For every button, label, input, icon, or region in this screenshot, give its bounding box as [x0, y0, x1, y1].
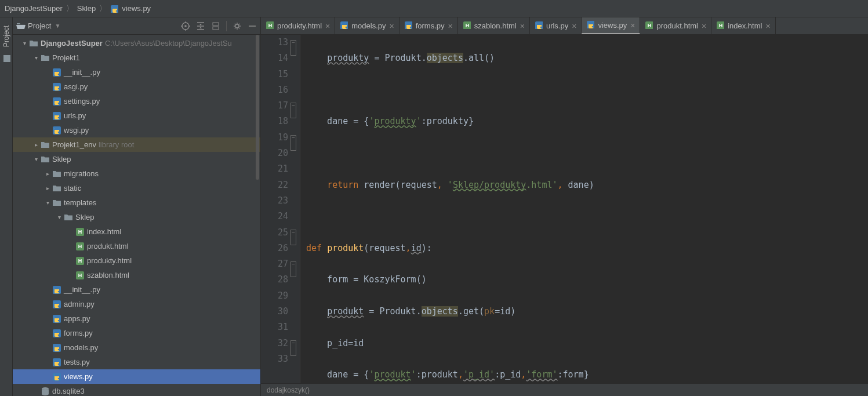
tree-file-models[interactable]: models.py [13, 340, 260, 355]
dropdown-icon[interactable]: ▼ [55, 23, 60, 29]
tree-file-views[interactable]: views.py [13, 369, 260, 384]
fold-icon[interactable]: – [290, 340, 296, 356]
line-number: 22 [261, 177, 288, 193]
tree-folder-templates[interactable]: ▾templates [13, 195, 260, 210]
line-number: 31 [261, 319, 288, 335]
scrollbar-thumb[interactable] [256, 35, 259, 180]
line-number: 20 [261, 146, 288, 161]
tab-label: produkt.html [656, 21, 698, 30]
tree-folder-migrations[interactable]: ▸migrations [13, 166, 260, 181]
fold-icon[interactable]: – [290, 135, 296, 151]
line-number: 21 [261, 161, 288, 177]
tab-label: index.html [728, 21, 762, 30]
tree-folder-env[interactable]: ▸Projekt1_envlibrary root [13, 137, 260, 152]
line-number: 23 [261, 193, 288, 209]
tree-file-init[interactable]: __init__.py [13, 65, 260, 79]
tree-file-produkty-html[interactable]: produkty.html [13, 253, 260, 268]
code-content[interactable]: produkty = Produkt.objects.all() dane = … [300, 35, 868, 383]
close-icon[interactable]: × [448, 22, 453, 30]
project-icon[interactable] [2, 54, 10, 62]
close-icon[interactable]: × [390, 22, 394, 30]
tree-root[interactable]: ▾DjangoJestSuperC:\Users\Asus\Desktop\Dj… [13, 36, 260, 50]
close-icon[interactable]: × [765, 22, 770, 30]
tree-file-settings[interactable]: settings.py [13, 94, 260, 108]
tree-file-db[interactable]: db.sqlite3 [13, 384, 260, 396]
line-number: 27 [261, 256, 288, 272]
line-number: 29 [261, 288, 288, 304]
breadcrumb-root[interactable]: DjangoJestSuper [5, 4, 63, 13]
fold-icon[interactable]: – [290, 230, 296, 245]
tree-file-apps[interactable]: apps.py [13, 311, 260, 326]
line-number: 25 [261, 225, 288, 241]
line-number: 17 [261, 98, 288, 114]
tree-file-init2[interactable]: __init__.py [13, 282, 260, 297]
python-icon [404, 21, 412, 31]
line-number: 24 [261, 209, 288, 224]
breadcrumb-file[interactable]: views.py [122, 4, 151, 13]
fold-icon[interactable]: – [290, 261, 296, 277]
split-icon[interactable] [211, 21, 220, 31]
tree-file-tests[interactable]: tests.py [13, 355, 260, 369]
tree-file-wsgi[interactable]: wsgi.py [13, 123, 260, 137]
line-number: 19 [261, 130, 288, 146]
status-breadcrumb[interactable]: dodajkoszyk() [261, 383, 868, 396]
panel-title: Project [28, 21, 51, 30]
tab-szablon-html[interactable]: szablon.html× [458, 17, 530, 34]
close-icon[interactable]: × [325, 22, 330, 30]
collapse-all-icon[interactable] [196, 21, 205, 31]
tree-folder-projekt1[interactable]: ▾Projekt1 [13, 50, 260, 65]
tree-folder-sklep[interactable]: ▾Sklep [13, 152, 260, 166]
close-icon[interactable]: × [630, 21, 635, 30]
gear-icon[interactable] [233, 21, 242, 31]
tab-forms-py[interactable]: forms.py× [400, 17, 458, 34]
tab-models-py[interactable]: models.py× [335, 17, 399, 34]
minimize-icon[interactable] [248, 21, 257, 31]
separator [226, 21, 227, 31]
html-icon [266, 21, 274, 31]
breadcrumb-bar: DjangoJestSuper 〉 Sklep 〉 views.py [0, 0, 868, 17]
line-number: 32 [261, 336, 288, 351]
fold-icon[interactable]: – [290, 40, 296, 56]
tab-label: szablon.html [474, 21, 517, 30]
chevron-right-icon: 〉 [99, 3, 107, 14]
project-tree[interactable]: ▾DjangoJestSuperC:\Users\Asus\Desktop\Dj… [13, 35, 260, 396]
project-tool-tab[interactable]: Project [2, 23, 10, 49]
line-number: 26 [261, 241, 288, 256]
tab-views-py[interactable]: views.py× [582, 17, 640, 34]
close-icon[interactable]: × [702, 22, 706, 30]
tree-file-urls[interactable]: urls.py [13, 108, 260, 123]
tree-file-szablon-html[interactable]: szablon.html [13, 268, 260, 282]
tree-folder-sklep-tpl[interactable]: ▾Sklep [13, 210, 260, 224]
tree-file-asgi[interactable]: asgi.py [13, 79, 260, 94]
tab-label: produkty.html [277, 21, 322, 30]
select-opened-file-icon[interactable] [181, 21, 190, 31]
tab-label: models.py [351, 21, 386, 30]
line-number: 18 [261, 114, 288, 129]
python-icon [110, 5, 118, 13]
fold-icon[interactable]: – [290, 103, 296, 118]
close-icon[interactable]: × [520, 22, 525, 30]
line-gutter: – – – – – – 1314151617181920212223242526… [261, 35, 300, 383]
left-tool-rail: Project [0, 17, 13, 396]
tree-folder-static[interactable]: ▸static [13, 181, 260, 195]
tab-label: views.py [598, 21, 627, 30]
tab-produkty-html[interactable]: produkty.html× [261, 17, 335, 34]
html-icon [716, 21, 724, 31]
tab-produkt-html[interactable]: produkt.html× [640, 17, 711, 34]
breadcrumb-folder[interactable]: Sklep [77, 4, 96, 13]
tree-file-index-html[interactable]: index.html [13, 224, 260, 239]
tab-index-html[interactable]: index.html× [711, 17, 775, 34]
python-icon [535, 21, 543, 31]
html-icon [645, 21, 653, 31]
tree-file-produkt-html[interactable]: produkt.html [13, 239, 260, 253]
close-icon[interactable]: × [572, 22, 576, 30]
python-icon [340, 21, 348, 31]
tab-urls-py[interactable]: urls.py× [530, 17, 582, 34]
html-icon [463, 21, 471, 31]
python-icon [586, 20, 594, 30]
tree-file-admin[interactable]: admin.py [13, 297, 260, 311]
folder-icon [16, 21, 26, 31]
tree-file-forms[interactable]: forms.py [13, 326, 260, 340]
line-number: 13 [261, 35, 288, 50]
code-editor[interactable]: – – – – – – 1314151617181920212223242526… [261, 35, 868, 383]
